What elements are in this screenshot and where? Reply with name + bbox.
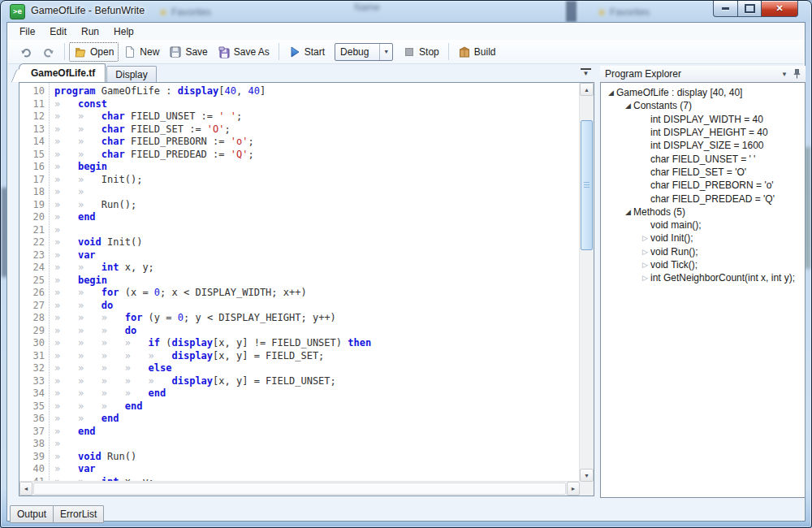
maximize-button[interactable] (737, 1, 762, 17)
code-line[interactable]: » var (54, 463, 580, 476)
horizontal-scroll-thumb[interactable] (33, 483, 566, 495)
code-line[interactable]: » » » » end (54, 387, 580, 400)
code-line[interactable]: » » do (54, 300, 580, 313)
stop-button[interactable]: Stop (398, 42, 444, 62)
tree-expander-icon[interactable]: ◢ (606, 89, 616, 97)
tree-expander-icon[interactable]: ▷ (640, 261, 650, 269)
vertical-scroll-thumb[interactable] (581, 120, 593, 250)
tree-item[interactable]: ▷void Init(); (601, 232, 805, 245)
code-line[interactable]: » end (54, 211, 580, 224)
tree-item[interactable]: ◢GameOfLife : display [40, 40] (601, 86, 805, 99)
tree-item[interactable]: char FIELD_SET = 'O' (601, 166, 805, 179)
scroll-right-icon[interactable]: ► (567, 482, 580, 496)
tree-item[interactable]: char FIELD_PREBORN = 'o' (601, 179, 805, 192)
titlebar[interactable]: >e GameOfLife - BefunWrite ✕ (0, 0, 812, 22)
line-number: 30 (19, 337, 49, 350)
code-line[interactable]: » » » do (54, 325, 580, 338)
code-line[interactable]: » begin (54, 275, 580, 288)
minimize-button[interactable] (713, 1, 738, 17)
code-line[interactable]: program GameOfLife : display[40, 40] (54, 85, 580, 98)
close-button[interactable]: ✕ (761, 1, 798, 17)
tree-item[interactable]: ▷int GetNeighborCount(int x, int y); (601, 271, 805, 284)
line-number: 17 (19, 174, 49, 187)
program-explorer-title: Program Explorer (605, 68, 681, 80)
redo-button[interactable] (37, 42, 60, 62)
save-as-label: Save As (234, 46, 270, 58)
code-line[interactable]: » » » » else (54, 362, 580, 375)
tree-item[interactable]: ▷void Run(); (601, 245, 805, 258)
code-line[interactable]: » begin (54, 161, 580, 174)
tree-item-label: Methods (5) (633, 206, 685, 218)
tree-item-label: int DISPLAY_HEIGHT = 40 (650, 127, 768, 138)
code-line[interactable]: » » » end (54, 400, 580, 413)
code-line[interactable]: » » int x, y; (54, 262, 580, 275)
undo-button[interactable] (15, 42, 37, 62)
open-button[interactable]: Open (69, 42, 119, 62)
tree-item[interactable]: int DISPLAY_HEIGHT = 40 (601, 126, 805, 139)
code-line[interactable]: » » char FIELD_SET := 'O'; (54, 123, 580, 136)
tree-expander-icon[interactable]: ▷ (640, 274, 650, 282)
code-line[interactable]: » » end (54, 413, 580, 426)
tree-item[interactable]: ◢Methods (5) (601, 206, 805, 219)
code-line[interactable]: » const (54, 98, 580, 111)
start-button[interactable]: Start (283, 42, 330, 62)
tree-item-label: int GetNeighborCount(int x, int y); (650, 272, 795, 283)
tab-errorlist[interactable]: ErrorList (53, 505, 104, 523)
tree-item[interactable]: int DISPLAY_WIDTH = 40 (601, 113, 805, 126)
code-line[interactable]: » » char FIELD_UNSET := ' '; (54, 110, 580, 123)
vertical-scrollbar[interactable]: ▲ ▼ (579, 83, 594, 482)
code-line[interactable]: » void Init() (54, 236, 580, 249)
tab-display[interactable]: Display (106, 66, 156, 82)
tree-item[interactable]: ▷void Tick(); (601, 258, 805, 271)
menu-file[interactable]: File (12, 24, 42, 39)
tree-item[interactable]: void main(); (601, 219, 805, 232)
scroll-up-icon[interactable]: ▲ (580, 83, 594, 96)
tab-gameoflife[interactable]: GameOfLife.tf (19, 63, 106, 82)
tree-expander-icon[interactable]: ◢ (623, 208, 633, 216)
menu-edit[interactable]: Edit (42, 24, 74, 39)
code-line[interactable]: » » » » » display[x, y] = FIELD_UNSET; (54, 375, 580, 388)
code-line[interactable]: » var (54, 249, 580, 262)
line-number: 21 (19, 224, 49, 237)
code-line[interactable]: » » » » if (display[x, y] != FIELD_UNSET… (54, 337, 580, 350)
code-line[interactable]: » (54, 224, 580, 237)
code-line[interactable]: » » » » » display[x, y] = FIELD_SET; (54, 350, 580, 363)
save-as-button[interactable]: Save As (213, 42, 274, 62)
scroll-left-icon[interactable]: ◄ (19, 482, 32, 496)
code-line[interactable]: » (54, 438, 580, 451)
tree-item-label: void Run(); (650, 246, 698, 258)
code-line[interactable]: » » » for (y = 0; y < DISPLAY_HEIGHT; y+… (54, 312, 580, 325)
panel-menu-icon[interactable]: ▼ (781, 71, 788, 78)
save-button[interactable]: Save (164, 42, 212, 62)
line-number: 32 (19, 362, 49, 375)
code-line[interactable]: » » Init(); (54, 174, 580, 187)
tree-item[interactable]: ◢Constants (7) (601, 99, 805, 112)
app-logo-icon: >e (10, 4, 25, 19)
new-button[interactable]: New (119, 42, 164, 62)
code-line[interactable]: » » char FIELD_PREBORN := 'o'; (54, 136, 580, 149)
scroll-down-icon[interactable]: ▼ (580, 469, 594, 482)
menu-help[interactable]: Help (106, 24, 141, 39)
tab-list-dropdown-icon[interactable]: ▼ (581, 68, 591, 77)
menu-run[interactable]: Run (74, 24, 106, 39)
tab-output[interactable]: Output (10, 505, 54, 523)
horizontal-scrollbar[interactable]: ◄ ► (19, 481, 580, 496)
code-line[interactable]: » end (54, 426, 580, 439)
tree-item[interactable]: char FIELD_PREDEAD = 'Q' (601, 192, 805, 205)
line-number-gutter: 1011121314151617181920212223242526272829… (19, 83, 50, 482)
pin-icon[interactable] (793, 69, 801, 79)
tree-item[interactable]: int DISPLAY_SIZE = 1600 (601, 139, 805, 152)
build-button[interactable]: Build (453, 42, 501, 62)
code-line[interactable]: » » Run(); (54, 199, 580, 212)
code-line[interactable]: » » char FIELD_PREDEAD := 'Q'; (54, 149, 580, 162)
tree-expander-icon[interactable]: ◢ (623, 102, 633, 110)
run-mode-select[interactable]: Debug ▼ (335, 43, 393, 61)
tree-expander-icon[interactable]: ▷ (640, 248, 650, 256)
code-lines[interactable]: program GameOfLife : display[40, 40]» co… (50, 83, 580, 482)
code-line[interactable]: » » for (x = 0; x < DISPLAY_WIDTH; x++) (54, 287, 580, 300)
code-line[interactable]: » » (54, 186, 580, 199)
tree-item[interactable]: char FIELD_UNSET = ' ' (601, 152, 805, 165)
code-line[interactable]: » void Run() (54, 451, 580, 464)
tree-expander-icon[interactable]: ▷ (640, 234, 650, 242)
editor-viewport[interactable]: 1011121314151617181920212223242526272829… (19, 83, 580, 482)
